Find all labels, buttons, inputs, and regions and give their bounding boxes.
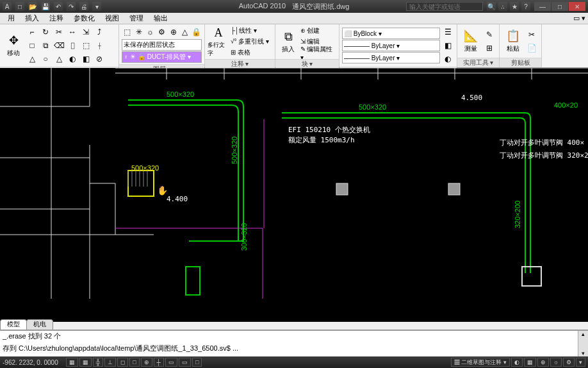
status-toggle[interactable]: ⊥ [104,358,116,367]
qat-more-icon[interactable]: ▾ [92,2,101,11]
search-icon[interactable]: 🔍 [487,2,496,11]
status-icon[interactable]: ⚙ [563,358,575,367]
status-toggle[interactable]: ▦ [66,358,78,367]
close-button[interactable]: ✕ [569,2,585,11]
status-toggle[interactable]: ▦ [79,358,92,367]
comm-icon[interactable]: ⛬ [498,2,507,11]
qat-print-icon[interactable]: 🖨 [79,2,88,11]
qat-open-icon[interactable]: 📂 [28,2,37,11]
status-toggle[interactable]: ◻ [117,358,128,367]
status-toggle[interactable]: □ [192,358,202,367]
measure-button[interactable]: 📐测量 [460,28,482,54]
modify-tool[interactable]: ⧉ [39,39,52,52]
panel-label[interactable]: 实用工具 ▾ [457,58,499,67]
qat-undo-icon[interactable]: ↶ [54,2,63,11]
status-icon[interactable]: ▾ [576,358,585,367]
status-toggle[interactable]: ╬ [93,358,103,367]
block-attr-button[interactable]: ✎ 编辑属性 ▾ [300,47,336,58]
linetype-combo[interactable] [342,40,440,51]
prop-tool[interactable]: ◧ [441,39,454,52]
status-icon[interactable]: ▦ [524,358,536,367]
modify-tool[interactable]: □ [26,39,38,52]
layer-tool[interactable]: ✳ [133,26,144,38]
help-search-input[interactable] [406,2,483,11]
maximize-button[interactable]: □ [551,2,568,11]
command-window[interactable]: _.erase 找到 32 个 存到 C:\Users\zhulong\appd… [0,330,588,356]
app-menu-button[interactable]: A [3,2,12,11]
menu-item[interactable]: 插入 [20,13,44,24]
insert-block-button[interactable]: ⧉插入 [278,29,299,54]
layer-tool[interactable]: ☼ [145,26,156,38]
status-toggle[interactable]: ┼ [154,358,164,367]
modify-tool[interactable]: ⊘ [93,53,106,65]
prop-tool[interactable]: ☰ [441,26,454,38]
modify-tool[interactable]: ⤴ [93,26,106,38]
layer-state-combo[interactable] [122,39,202,51]
menu-item[interactable]: 管理 [124,13,149,24]
qat-save-icon[interactable]: 💾 [41,2,50,11]
tab-model[interactable]: 模型 [0,319,27,330]
lineweight-combo[interactable] [342,52,440,63]
modify-tool[interactable]: ⇲ [79,26,92,38]
panel-label[interactable]: 剪贴板 [500,58,541,67]
move-button[interactable]: ✥移动 [3,33,24,58]
modify-tool[interactable]: ⌐ [26,26,38,38]
modify-tool[interactable]: ↔ [66,26,79,38]
menu-item[interactable]: 视图 [100,13,124,24]
panel-label[interactable]: 块 ▾ [275,59,339,69]
tab-layout[interactable]: 机电 [26,319,53,330]
modify-tool[interactable]: ○ [39,53,52,65]
prop-tool[interactable]: ◐ [441,53,454,65]
util-tool[interactable]: ✎ [483,28,496,41]
dimension-linear-button[interactable]: ├│线性 ▾ [231,26,269,36]
copy-button[interactable]: 📄 [525,42,538,54]
status-icon[interactable]: ⊕ [537,358,549,367]
modify-tool[interactable]: ⟊ [93,39,106,52]
drawing-area[interactable]: 500×320 500×320 4.500 400×20 500×320 320… [0,68,588,322]
mtext-button[interactable]: A多行文字 [208,29,229,54]
color-combo[interactable] [342,28,440,39]
dim-text: 500×320 [359,103,386,111]
layer-tool[interactable]: 🔒 [191,26,202,38]
panel-label[interactable]: 注释 ▾ [205,59,275,69]
modify-tool[interactable]: ✂ [53,26,65,38]
modify-tool[interactable]: △ [53,53,65,65]
minimize-button[interactable]: — [534,2,551,11]
paste-button[interactable]: 📋粘贴 [502,28,524,54]
modify-tool[interactable]: ◐ [66,53,79,65]
modify-tool[interactable]: ↻ [39,26,52,38]
modify-tool[interactable]: ⌷ [66,39,79,52]
help-icon[interactable]: ? [521,2,530,11]
coordinates-readout[interactable]: -962. 2232, 0. 0000 [3,359,58,366]
qat-new-icon[interactable]: □ [15,2,24,11]
modify-tool[interactable]: ⬚ [79,39,92,52]
workspace-switch[interactable]: ☰ 二维草图与注释 ▾ [451,358,510,367]
status-toggle[interactable]: ⊕ [141,358,152,367]
layer-tool[interactable]: ⚙ [156,26,167,38]
star-icon[interactable]: ★ [510,2,519,11]
menu-item[interactable]: 参数化 [69,13,100,24]
table-button[interactable]: ⊞ 表格 [231,47,269,58]
qat: A □ 📂 💾 ↶ ↷ 🖨 ▾ [3,2,101,11]
status-toggle[interactable]: □ [129,358,139,367]
qat-redo-icon[interactable]: ↷ [67,2,76,11]
status-toggle[interactable]: ▭ [165,358,177,367]
status-toggle[interactable]: ▭ [179,358,191,367]
ribbon-collapse-icon[interactable]: ▭ ▾ [568,13,588,23]
menu-item[interactable]: 注释 [44,13,69,24]
layer-tool[interactable]: ⬚ [122,26,133,38]
mleader-button[interactable]: √° 多重引线 ▾ [231,37,269,47]
status-icon[interactable]: ☼ [550,358,562,367]
layer-tool[interactable]: ⊕ [168,26,179,38]
cut-button[interactable]: ✂ [525,28,538,41]
modify-tool[interactable]: ◧ [79,53,92,65]
current-layer-combo[interactable] [122,51,202,63]
modify-tool[interactable]: ⌫ [53,39,65,52]
layer-tool[interactable]: △ [179,26,190,38]
menu-item[interactable]: 输出 [149,13,173,24]
menu-item[interactable]: 用 [3,13,20,24]
block-create-button[interactable]: ⊕ 创建 [300,26,336,36]
modify-tool[interactable]: △ [26,53,38,65]
status-icon[interactable]: ◐ [511,358,523,367]
util-tool[interactable]: ⊞ [483,42,496,54]
